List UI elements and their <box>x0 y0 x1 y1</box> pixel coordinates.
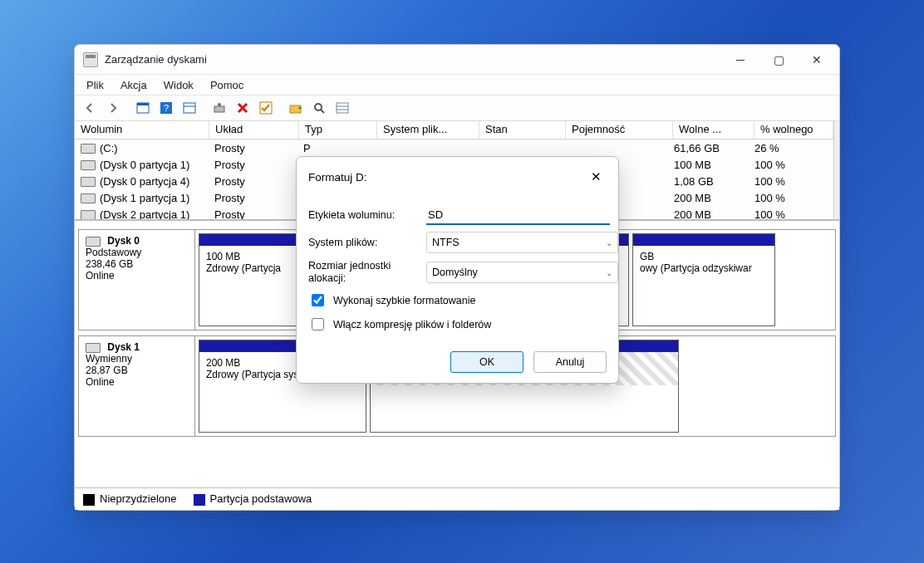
forward-button[interactable] <box>103 98 123 118</box>
partition[interactable]: GBowy (Partycja odzyskiwar <box>632 233 775 326</box>
legend: Nieprzydzielone Partycja podstawowa <box>75 487 839 510</box>
label-volume: Etykieta woluminu: <box>308 209 426 221</box>
svg-rect-6 <box>214 106 224 112</box>
svg-rect-9 <box>290 105 301 113</box>
svg-rect-4 <box>184 103 195 113</box>
column-capacity[interactable]: Pojemność <box>566 121 673 139</box>
svg-text:?: ? <box>164 103 169 113</box>
quick-format-checkbox[interactable] <box>312 294 324 306</box>
filesystem-combo[interactable]: NTFS ⌄ <box>426 232 618 253</box>
chevron-down-icon: ⌄ <box>606 268 612 277</box>
filesystem-value: NTFS <box>432 237 460 248</box>
column-percent[interactable]: % wolnego <box>754 121 833 139</box>
app-icon <box>83 52 98 67</box>
action-icon[interactable] <box>209 98 229 118</box>
cancel-button[interactable]: Anuluj <box>533 351 607 373</box>
properties-icon[interactable] <box>133 98 153 118</box>
volume-icon <box>81 177 96 187</box>
help-icon[interactable]: ? <box>156 98 176 118</box>
ok-button[interactable]: OK <box>450 351 523 373</box>
titlebar: Zarządzanie dyskami ─ ▢ ✕ <box>75 45 839 75</box>
list-icon[interactable] <box>332 98 352 118</box>
compression-label: Włącz kompresję plików i folderów <box>333 319 491 330</box>
close-button[interactable]: ✕ <box>798 47 836 72</box>
menu-help[interactable]: Pomoc <box>210 79 243 91</box>
swatch-primary <box>194 494 205 506</box>
search-icon[interactable] <box>309 98 329 118</box>
column-filesystem[interactable]: System plik... <box>377 121 479 139</box>
svg-rect-1 <box>137 103 149 105</box>
swatch-unallocated <box>83 494 95 506</box>
refresh-icon[interactable] <box>179 98 199 118</box>
column-free[interactable]: Wolne ... <box>673 121 754 139</box>
volume-icon <box>81 160 96 170</box>
disk-info: Dysk 0Podstawowy238,46 GBOnline <box>79 230 195 330</box>
toolbar: ? <box>75 95 839 121</box>
volume-label-input[interactable] <box>426 205 610 225</box>
svg-rect-12 <box>337 103 348 113</box>
menu-file[interactable]: Plik <box>86 79 104 91</box>
chevron-down-icon: ⌄ <box>606 238 612 247</box>
dialog-close-button[interactable]: ✕ <box>582 165 610 188</box>
menu-view[interactable]: Widok <box>164 79 194 91</box>
volume-icon <box>81 210 96 220</box>
volume-row[interactable]: (C:)ProstyP61,66 GB26 % <box>75 140 833 156</box>
svg-point-10 <box>315 104 322 110</box>
list-header: Wolumin Układ Typ System plik... Stan Po… <box>75 121 833 140</box>
column-volume[interactable]: Wolumin <box>75 121 209 139</box>
partition-stripe <box>633 234 774 246</box>
column-layout[interactable]: Układ <box>209 121 299 139</box>
delete-icon[interactable] <box>233 98 253 118</box>
maximize-button[interactable]: ▢ <box>759 47 798 72</box>
column-state[interactable]: Stan <box>479 121 566 139</box>
svg-line-11 <box>321 110 324 113</box>
column-type[interactable]: Typ <box>299 121 377 139</box>
quick-format-label: Wykonaj szybkie formatowanie <box>333 295 475 306</box>
disk-info: Dysk 1Wymienny28,87 GBOnline <box>79 336 195 436</box>
menu-action[interactable]: Akcja <box>120 79 147 91</box>
menubar: Plik Akcja Widok Pomoc <box>75 75 839 95</box>
window-title: Zarządzanie dyskami <box>105 53 721 66</box>
check-icon[interactable] <box>256 98 276 118</box>
legend-unallocated: Nieprzydzielone <box>100 492 177 505</box>
label-allocation: Rozmiar jednostki alokacji: <box>308 260 426 285</box>
compression-checkbox[interactable] <box>312 318 324 330</box>
folder-up-icon[interactable] <box>286 98 306 118</box>
minimize-button[interactable]: ─ <box>721 47 759 72</box>
svg-point-7 <box>218 103 221 106</box>
back-button[interactable] <box>80 98 100 118</box>
dialog-title: Formatuj D: <box>308 171 582 184</box>
allocation-combo[interactable]: Domyślny ⌄ <box>426 262 618 283</box>
disk-icon <box>86 237 101 247</box>
allocation-value: Domyślny <box>432 267 478 278</box>
volume-icon <box>81 144 96 154</box>
volume-icon <box>81 193 96 203</box>
label-filesystem: System plików: <box>308 237 426 248</box>
vertical-scrollbar[interactable] <box>833 121 839 220</box>
format-dialog: Formatuj D: ✕ Etykieta woluminu: System … <box>296 156 619 384</box>
disk-icon <box>86 343 101 353</box>
legend-primary: Partycja podstawowa <box>210 492 312 505</box>
